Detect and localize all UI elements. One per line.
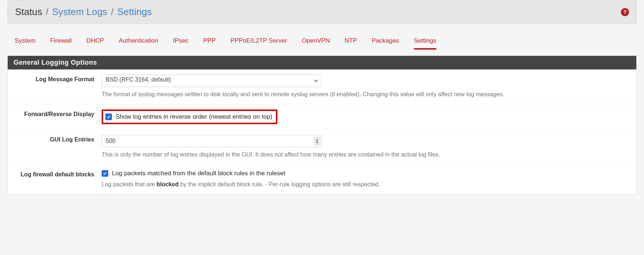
help-gui-entries: This is only the number of log entries d… [102,150,630,159]
row-fw-default: Log firewall default blocks Log packets … [8,165,636,194]
breadcrumb-root[interactable]: Status [15,6,42,18]
checkbox-reverse-display[interactable] [105,114,112,120]
row-gui-entries: GUI Log Entries ▲▼ This is only the numb… [8,130,636,165]
help-fw-prefix: Log packets that are [102,181,156,187]
breadcrumb-settings[interactable]: Settings [117,6,152,18]
help-fw-default: Log packets that are blocked by the impl… [102,180,630,189]
help-icon[interactable]: ? [621,8,629,16]
checkbox-label-reverse: Show log entries in reverse order (newes… [116,113,272,121]
tab-dhcp[interactable]: DHCP [86,37,104,50]
breadcrumb-sep-2: / [111,6,113,18]
tab-packages[interactable]: Packages [372,37,399,50]
tab-system[interactable]: System [15,37,36,50]
row-reverse-display: Forward/Reverse Display Show log entries… [8,104,636,130]
checkbox-label-fw-default: Log packets matched from the default blo… [112,170,285,177]
label-log-format: Log Message Format [14,75,102,99]
tab-authentication[interactable]: Authentication [119,37,158,50]
panel-title: General Logging Options [8,56,636,69]
checkbox-fw-default[interactable] [102,170,108,177]
help-fw-suffix: by the implicit default block rule. - Pe… [179,181,380,187]
tab-ipsec[interactable]: IPsec [173,37,189,50]
tab-firewall[interactable]: Firewall [50,37,72,50]
help-log-format: The format of syslog messages written to… [102,90,630,99]
breadcrumb-bar: Status / System Logs / Settings ? [7,0,637,24]
label-gui-entries: GUI Log Entries [14,135,102,159]
tabs: System Firewall DHCP Authentication IPse… [7,26,637,55]
breadcrumb-systemlogs[interactable]: System Logs [52,6,107,18]
label-reverse-display: Forward/Reverse Display [14,109,102,124]
help-fw-bold: blocked [156,181,178,187]
label-fw-default: Log firewall default blocks [14,170,102,189]
breadcrumb: Status / System Logs / Settings [15,6,152,18]
tab-ppp[interactable]: PPP [203,37,216,50]
row-log-format: Log Message Format BSD (RFC 3164, defaul… [8,69,636,104]
tab-pppoe[interactable]: PPPoE/L2TP Server [230,37,287,50]
select-log-format[interactable]: BSD (RFC 3164, default) [102,75,322,87]
highlight-reverse-option: Show log entries in reverse order (newes… [102,109,277,124]
tab-settings[interactable]: Settings [414,37,436,50]
tab-openvpn[interactable]: OpenVPN [302,37,330,50]
general-logging-panel: General Logging Options Log Message Form… [7,55,637,194]
tab-ntp[interactable]: NTP [345,37,357,50]
input-gui-entries[interactable] [102,135,322,147]
breadcrumb-sep-1: / [46,6,48,18]
